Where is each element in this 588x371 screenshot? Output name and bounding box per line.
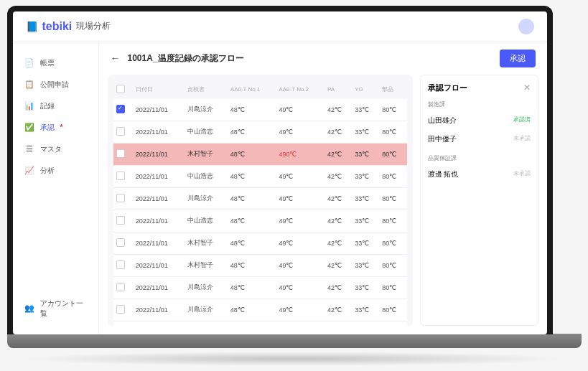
table-row[interactable]: 2022/11/01 木村智子 48℃ 49℃ 42℃ 33℃ 80℃ bbox=[113, 254, 407, 276]
column-header: AA0-T No.2 bbox=[276, 80, 325, 99]
cell-value: 49℃ bbox=[276, 99, 325, 121]
cell-value: 42℃ bbox=[325, 165, 352, 187]
sidebar-icon: ✅ bbox=[24, 123, 34, 133]
table-row[interactable]: 2022/11/01 川島涼介 48℃ 49℃ 42℃ 33℃ 80℃ bbox=[113, 276, 407, 299]
cell-value: 49℃ bbox=[276, 232, 325, 254]
back-icon[interactable]: ← bbox=[111, 52, 121, 64]
sidebar-item[interactable]: ✅承認* bbox=[13, 117, 98, 138]
row-checkbox[interactable] bbox=[116, 260, 125, 269]
row-checkbox[interactable] bbox=[116, 194, 125, 202]
logo-icon: 📘 bbox=[26, 21, 38, 32]
flow-person: 山田雄介承認済 bbox=[428, 111, 531, 130]
cell-value: 33℃ bbox=[352, 299, 379, 321]
sidebar-icon: ☰ bbox=[24, 144, 34, 154]
cell-value: 33℃ bbox=[352, 143, 379, 165]
cell-value: 42℃ bbox=[325, 121, 352, 143]
cell-value: 48℃ bbox=[228, 187, 276, 210]
row-checkbox[interactable] bbox=[116, 149, 125, 158]
cell-value: 42℃ bbox=[325, 276, 352, 299]
cell-value: 42℃ bbox=[325, 232, 352, 254]
table-row[interactable]: 2022/11/01 川島涼介 48℃ 49℃ 42℃ 33℃ 80℃ bbox=[113, 99, 407, 121]
cell-inspector: 木村智子 bbox=[185, 254, 228, 276]
row-checkbox[interactable] bbox=[116, 172, 125, 180]
cell-date: 2022/11/01 bbox=[133, 99, 185, 121]
row-checkbox[interactable] bbox=[116, 238, 125, 247]
cell-value: 49℃ bbox=[276, 165, 325, 187]
sidebar-badge: * bbox=[60, 123, 63, 131]
column-header: PA bbox=[325, 80, 352, 99]
close-icon[interactable]: ✕ bbox=[523, 83, 531, 93]
cell-value: 49℃ bbox=[276, 121, 325, 143]
sidebar-item-accounts[interactable]: 👥アカウント一覧 bbox=[13, 293, 98, 324]
sidebar-item[interactable]: ☰マスタ bbox=[13, 138, 98, 160]
cell-date: 2022/11/01 bbox=[133, 121, 185, 143]
cell-value: 33℃ bbox=[352, 321, 379, 326]
sidebar-item[interactable]: 📋公開申請 bbox=[13, 74, 98, 95]
cell-value: 80℃ bbox=[379, 187, 406, 210]
sidebar-item[interactable]: 📄帳票 bbox=[13, 52, 98, 74]
table-row[interactable]: 2022/11/01 木村智子 48℃ 490℃ 42℃ 33℃ 80℃ bbox=[113, 143, 407, 165]
table-row[interactable]: 2022/11/01 中山浩志 48℃ 49℃ 42℃ 33℃ 80℃ bbox=[113, 121, 407, 143]
row-checkbox[interactable] bbox=[116, 283, 125, 291]
cell-inspector: 中山浩志 bbox=[185, 210, 228, 232]
approval-status: 未承認 bbox=[513, 169, 531, 179]
cell-value: 42℃ bbox=[325, 187, 352, 210]
cell-value: 49℃ bbox=[276, 254, 325, 276]
sidebar-icon: 📄 bbox=[24, 58, 34, 68]
sidebar-icon: 👥 bbox=[24, 304, 34, 314]
cell-value: 80℃ bbox=[379, 276, 406, 299]
row-checkbox[interactable] bbox=[116, 105, 125, 113]
column-header bbox=[113, 80, 133, 99]
cell-date: 2022/11/01 bbox=[133, 165, 185, 187]
cell-value: 80℃ bbox=[379, 99, 406, 121]
page-title: 1001A_温度記録の承認フロー bbox=[128, 52, 244, 65]
approval-flow-panel: 承認フロー ✕ 製造課山田雄介承認済田中優子未承認品質保証課渡邊 拓也未承認 bbox=[420, 75, 538, 326]
logo[interactable]: 📘 tebiki 現場分析 bbox=[26, 20, 111, 33]
cell-value: 80℃ bbox=[379, 165, 406, 187]
cell-value: 48℃ bbox=[228, 276, 276, 299]
cell-value: 49℃ bbox=[276, 210, 325, 232]
avatar[interactable] bbox=[518, 19, 534, 34]
row-checkbox[interactable] bbox=[116, 127, 125, 136]
sidebar-icon: 📈 bbox=[24, 166, 34, 176]
cell-value: 33℃ bbox=[352, 99, 379, 121]
flow-group-label: 品質保証課 bbox=[428, 154, 531, 162]
laptop-base bbox=[7, 334, 582, 348]
cell-value: 48℃ bbox=[228, 321, 276, 326]
table-row[interactable]: 2022/11/01 中山浩志 48℃ 49℃ 42℃ 33℃ 80℃ bbox=[113, 210, 407, 232]
cell-value: 48℃ bbox=[228, 254, 276, 276]
cell-value: 80℃ bbox=[379, 210, 406, 232]
cell-value: 42℃ bbox=[325, 321, 352, 326]
cell-date: 2022/11/01 bbox=[133, 254, 185, 276]
cell-value: 33℃ bbox=[352, 210, 379, 232]
cell-value: 80℃ bbox=[379, 121, 406, 143]
row-checkbox[interactable] bbox=[116, 216, 125, 225]
sidebar-item[interactable]: 📈分析 bbox=[13, 160, 98, 182]
approve-button[interactable]: 承認 bbox=[500, 50, 536, 67]
cell-date: 2022/11/01 bbox=[133, 321, 185, 326]
flow-person: 田中優子未承認 bbox=[428, 130, 531, 149]
cell-value: 42℃ bbox=[325, 99, 352, 121]
cell-value: 48℃ bbox=[228, 99, 276, 121]
cell-value: 80℃ bbox=[379, 232, 406, 254]
table-row[interactable]: 2022/11/01 木村智子 48℃ 49℃ 42℃ 33℃ 80℃ bbox=[113, 232, 407, 254]
person-name: 渡邊 拓也 bbox=[428, 169, 459, 179]
app-screen: 📘 tebiki 現場分析 📄帳票📋公開申請📊記録✅承認*☰マスタ📈分析👥アカウ… bbox=[13, 11, 547, 334]
cell-value: 33℃ bbox=[352, 187, 379, 210]
column-header: 部品 bbox=[379, 80, 406, 99]
table-row[interactable]: 2022/11/01 川島涼介 48℃ 49℃ 42℃ 33℃ 80℃ bbox=[113, 299, 407, 321]
select-all-checkbox[interactable] bbox=[116, 85, 125, 93]
cell-date: 2022/11/01 bbox=[133, 210, 185, 232]
sidebar-label: 承認 bbox=[40, 123, 55, 133]
column-header: AA0-T No.1 bbox=[228, 80, 276, 99]
cell-inspector: 木村智子 bbox=[185, 143, 228, 165]
table-row[interactable]: 2022/11/01 川島涼介 48℃ 49℃ 42℃ 33℃ 80℃ bbox=[113, 187, 407, 210]
cell-value: 80℃ bbox=[379, 254, 406, 276]
sidebar-icon: 📋 bbox=[24, 80, 34, 90]
sidebar-item[interactable]: 📊記録 bbox=[13, 95, 98, 117]
flow-person: 渡邊 拓也未承認 bbox=[428, 165, 531, 184]
cell-value: 490℃ bbox=[276, 143, 325, 165]
table-row[interactable]: 2022/11/01 中山浩志 48℃ 49℃ 42℃ 33℃ 80℃ bbox=[113, 165, 407, 187]
row-checkbox[interactable] bbox=[116, 305, 125, 314]
table-row[interactable]: 2022/11/01 木村智子 48℃ 49℃ 42℃ 33℃ 80℃ bbox=[113, 321, 407, 326]
